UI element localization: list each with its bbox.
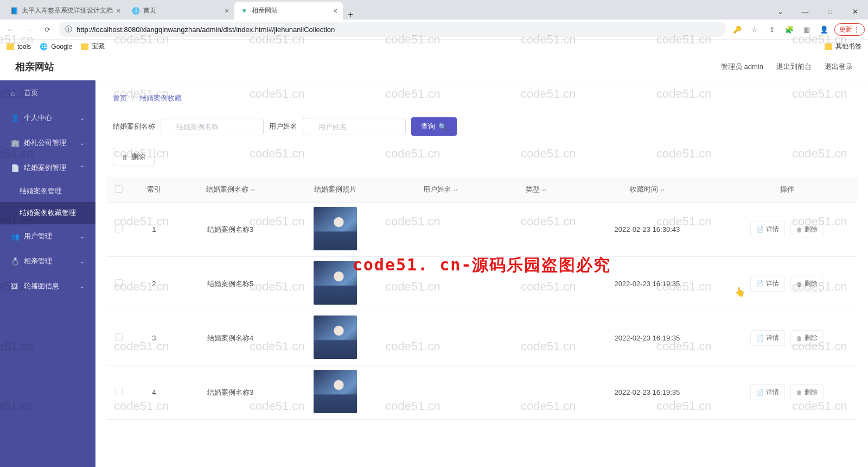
cell-index: 1	[132, 203, 176, 257]
cell-user-name	[386, 203, 494, 257]
browser-chrome: 📘 太平人寿签章系统详细设计文档 × 🌐 首页 × ▼ 相亲网站 × + ⌄ —…	[0, 0, 868, 53]
breadcrumb-home[interactable]: 首页	[113, 94, 127, 102]
col-index[interactable]: 索引	[132, 177, 176, 203]
delete-button[interactable]: 🗑删除	[790, 330, 824, 346]
logout-link[interactable]: 退出登录	[825, 62, 853, 72]
browser-tab-0[interactable]: 📘 太平人寿签章系统详细设计文档 ×	[4, 2, 126, 20]
case-name-input[interactable]	[161, 118, 264, 135]
col-collect-time[interactable]: 收藏时间▴▾	[577, 177, 717, 203]
close-tab-icon[interactable]: ×	[225, 7, 229, 15]
row-checkbox[interactable]	[115, 333, 123, 341]
cell-actions: 📄详情 🗑删除	[717, 203, 857, 257]
cell-photo	[284, 203, 386, 257]
row-checkbox[interactable]	[115, 225, 123, 232]
info-icon: ⓘ	[65, 24, 72, 34]
other-bookmarks[interactable]: 其他书签	[825, 42, 861, 51]
url-field[interactable]: ⓘ http://localhost:8080/xiangqinwangzhan…	[59, 22, 726, 37]
cell-case-name: 结婚案例名称4	[176, 311, 284, 365]
col-case-name[interactable]: 结婚案例名称▴▾	[176, 177, 284, 203]
case-photo-thumb[interactable]	[314, 315, 357, 359]
sidebar-item-wedding-cases[interactable]: 📄结婚案例管理⌃	[0, 155, 95, 180]
building-icon: 🏢	[11, 139, 18, 147]
reading-list-icon[interactable]: ▥	[800, 22, 814, 36]
search-icon: 🔍	[438, 123, 447, 131]
cell-actions: 📄详情 🗑删除	[717, 365, 857, 420]
forward-icon[interactable]: →	[22, 22, 36, 36]
col-case-photo: 结婚案例照片	[284, 177, 386, 203]
reload-icon[interactable]: ⟳	[40, 22, 54, 36]
detail-button[interactable]: 📄详情	[750, 222, 785, 237]
chevron-down-icon: ⌄	[80, 233, 85, 240]
close-tab-icon[interactable]: ×	[333, 7, 337, 15]
maximize-icon[interactable]: □	[818, 3, 842, 20]
cell-case-name: 结婚案例名称3	[176, 203, 284, 257]
sidebar-item-home[interactable]: ⌂首页	[0, 80, 95, 105]
case-photo-thumb[interactable]	[314, 207, 357, 250]
case-photo-thumb[interactable]	[314, 370, 357, 413]
back-icon[interactable]: ←	[3, 22, 17, 36]
minimize-icon[interactable]: —	[793, 3, 817, 20]
case-photo-thumb[interactable]	[314, 261, 357, 305]
detail-button[interactable]: 📄详情	[750, 384, 785, 400]
sidebar-item-matchmaking[interactable]: 💍相亲管理⌄	[0, 249, 95, 274]
chevron-down-icon: ⌄	[80, 140, 85, 147]
cell-type	[494, 311, 577, 365]
user-name-input[interactable]	[303, 118, 406, 135]
document-icon: 📄	[756, 389, 764, 396]
cell-index: 3	[132, 311, 176, 365]
main-content: 首页 / 结婚案例收藏 结婚案例名称 🔍 用户姓名 🔍 查询🔍 🗑删除	[95, 80, 868, 467]
search-button[interactable]: 查询🔍	[411, 117, 457, 136]
col-user-name[interactable]: 用户姓名▴▾	[386, 177, 494, 203]
select-all-checkbox[interactable]	[115, 185, 123, 193]
delete-button[interactable]: 🗑删除	[790, 384, 824, 400]
table-row: 3 结婚案例名称4 2022-02-23 16:19:35 📄详情 🗑删除	[106, 311, 857, 365]
row-checkbox[interactable]	[115, 279, 123, 287]
delete-button[interactable]: 🗑删除	[790, 276, 824, 292]
detail-button[interactable]: 📄详情	[750, 276, 785, 292]
update-button[interactable]: 更新⋮	[834, 23, 865, 36]
bookmark-star-icon[interactable]: ☆	[748, 22, 762, 36]
bookmark-google[interactable]: 🌐Google	[40, 43, 72, 51]
batch-delete-button[interactable]: 🗑删除	[113, 148, 155, 166]
password-icon[interactable]: 🔑	[730, 22, 744, 36]
share-icon[interactable]: ⇪	[765, 22, 779, 36]
row-checkbox[interactable]	[115, 388, 123, 395]
tab-strip: 📘 太平人寿签章系统详细设计文档 × 🌐 首页 × ▼ 相亲网站 × + ⌄ —…	[0, 0, 868, 20]
exit-to-front-link[interactable]: 退出到前台	[776, 62, 812, 72]
admin-label[interactable]: 管理员 admin	[721, 62, 763, 72]
sidebar-item-user-manage[interactable]: 👥用户管理⌄	[0, 224, 95, 249]
new-tab-button[interactable]: +	[343, 10, 358, 20]
close-window-icon[interactable]: ✕	[843, 3, 867, 20]
delete-button[interactable]: 🗑删除	[790, 222, 824, 237]
cell-case-name: 结婚案例名称5	[176, 257, 284, 311]
favicon-doc-icon: 📘	[10, 7, 18, 15]
chevron-down-icon[interactable]: ⌄	[768, 3, 792, 20]
close-tab-icon[interactable]: ×	[116, 7, 120, 15]
sidebar-subitem-case-manage[interactable]: 结婚案例管理	[0, 180, 95, 202]
sidebar-item-profile[interactable]: 👤个人中心⌄	[0, 105, 95, 130]
browser-tab-2[interactable]: ▼ 相亲网站 ×	[234, 2, 343, 20]
profile-icon[interactable]: 👤	[817, 22, 831, 36]
trash-icon: 🗑	[122, 154, 128, 160]
bookmark-tools[interactable]: tools	[7, 43, 31, 51]
cell-user-name	[386, 311, 494, 365]
users-icon: 👥	[11, 232, 18, 241]
address-bar: ← → ⟳ ⓘ http://localhost:8080/xiangqinwa…	[0, 20, 868, 39]
cell-user-name	[386, 257, 494, 311]
sort-icon: ▴▾	[251, 188, 255, 192]
tab-title: 太平人寿签章系统详细设计文档	[22, 6, 113, 15]
url-text: http://localhost:8080/xiangqinwangzhan/a…	[76, 26, 719, 34]
chevron-down-icon: ⌄	[80, 115, 85, 122]
tab-title: 相亲网站	[252, 6, 330, 15]
extensions-icon[interactable]: 🧩	[782, 22, 796, 36]
table-row: 1 结婚案例名称3 2022-02-23 16:30:43 📄详情 🗑删除	[106, 203, 857, 257]
bookmark-baozang[interactable]: 宝藏	[81, 42, 105, 51]
sidebar-item-wedding-company[interactable]: 🏢婚礼公司管理⌄	[0, 130, 95, 155]
col-type[interactable]: 类型▴▾	[494, 177, 577, 203]
browser-tab-1[interactable]: 🌐 首页 ×	[126, 2, 234, 20]
sidebar-item-carousel[interactable]: 🖼轮播图信息⌄	[0, 274, 95, 299]
detail-button[interactable]: 📄详情	[750, 330, 785, 346]
cell-photo	[284, 365, 386, 420]
sidebar-subitem-case-collection[interactable]: 结婚案例收藏管理	[0, 202, 95, 224]
globe-icon: 🌐	[40, 43, 48, 51]
